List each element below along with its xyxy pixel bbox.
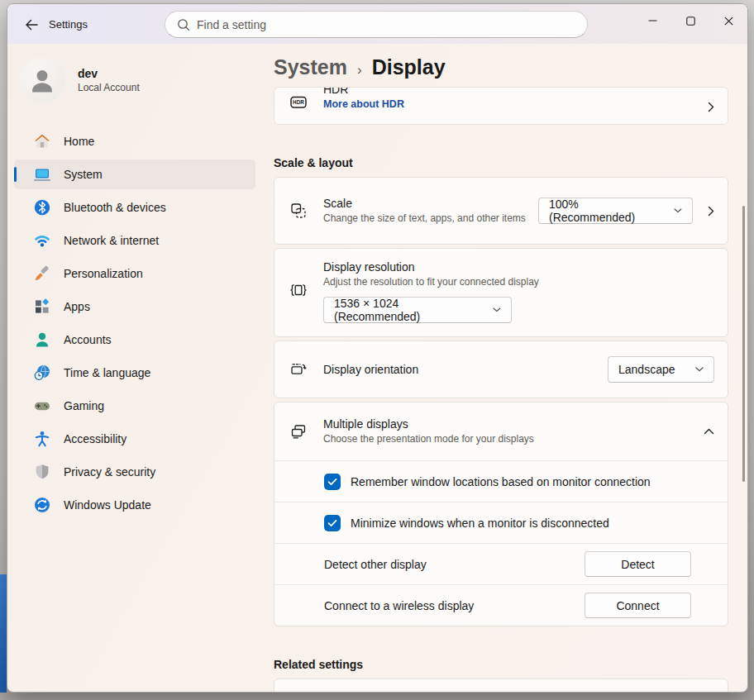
settings-window: Settings xyxy=(7,3,748,693)
orientation-icon xyxy=(290,361,307,378)
sidebar-item-accounts[interactable]: Accounts xyxy=(14,325,255,355)
multiple-displays-header[interactable]: Multiple displays Choose the presentatio… xyxy=(274,402,728,460)
minimize-windows-checkbox[interactable] xyxy=(324,515,341,531)
vertical-scrollbar[interactable] xyxy=(742,206,745,482)
apps-icon xyxy=(34,298,50,315)
search-box[interactable] xyxy=(165,11,588,38)
detect-button[interactable]: Detect xyxy=(585,551,691,577)
account-name: dev xyxy=(78,67,140,80)
page-title: Display xyxy=(372,55,446,79)
multiple-displays-icon xyxy=(290,423,307,440)
account-block[interactable]: dev Local Account xyxy=(19,55,265,105)
app-title: Settings xyxy=(49,18,88,31)
shield-icon xyxy=(34,464,50,480)
desktop-wallpaper-edge xyxy=(0,574,7,693)
scale-dropdown-value: 100% (Recommended) xyxy=(549,198,666,224)
detect-other-display-label: Detect other display xyxy=(324,558,585,571)
sidebar-item-personalization[interactable]: Personalization xyxy=(14,259,255,288)
resolution-dropdown[interactable]: 1536 × 1024 (Recommended) xyxy=(323,297,512,323)
sidebar-item-label: Windows Update xyxy=(64,498,151,512)
hdr-title: HDR xyxy=(323,87,708,98)
sidebar-item-apps[interactable]: Apps xyxy=(14,292,255,321)
wifi-icon xyxy=(34,232,50,249)
bluetooth-icon xyxy=(34,199,50,216)
main-content: System › Display HDR HDR More about HDR xyxy=(265,44,747,693)
search-icon xyxy=(177,18,190,31)
sidebar-item-system[interactable]: System xyxy=(14,160,255,189)
person-icon xyxy=(28,66,56,94)
sidebar-item-home[interactable]: Home xyxy=(14,126,255,156)
sidebar: dev Local Account Home xyxy=(7,44,265,693)
scale-dropdown[interactable]: 100% (Recommended) xyxy=(538,198,693,224)
sidebar-item-accessibility[interactable]: Accessibility xyxy=(14,424,255,454)
home-icon xyxy=(34,133,50,150)
minimize-button[interactable] xyxy=(633,4,671,37)
sidebar-item-label: System xyxy=(64,168,103,181)
advanced-display-row[interactable]: Advanced display xyxy=(274,679,728,693)
hdr-more-link[interactable]: More about HDR xyxy=(323,98,708,111)
sidebar-item-privacy-security[interactable]: Privacy & security xyxy=(14,457,255,487)
orientation-dropdown[interactable]: Landscape xyxy=(608,356,714,383)
scale-title: Scale xyxy=(323,197,538,210)
account-type: Local Account xyxy=(78,82,140,93)
sidebar-item-gaming[interactable]: Gaming xyxy=(14,391,255,421)
chevron-down-icon xyxy=(695,367,704,372)
remember-window-locations-label: Remember window locations based on monit… xyxy=(351,475,651,488)
sidebar-item-label: Gaming xyxy=(64,399,104,412)
sidebar-item-windows-update[interactable]: Windows Update xyxy=(14,490,255,520)
multiple-displays-title: Multiple displays xyxy=(323,417,704,431)
sidebar-item-label: Network & internet xyxy=(64,234,159,247)
multiple-displays-expander: Multiple displays Choose the presentatio… xyxy=(274,402,728,626)
orientation-title: Display orientation xyxy=(323,363,608,376)
sidebar-item-label: Personalization xyxy=(64,267,143,280)
accessibility-icon xyxy=(34,431,50,447)
close-button[interactable] xyxy=(709,4,747,37)
windows-update-icon xyxy=(34,497,50,513)
back-button[interactable] xyxy=(19,15,42,35)
accounts-icon xyxy=(34,331,50,348)
search-input[interactable] xyxy=(197,18,577,31)
orientation-dropdown-value: Landscape xyxy=(618,363,675,376)
sidebar-item-network-internet[interactable]: Network & internet xyxy=(14,226,255,255)
resolution-desc: Adjust the resolution to fit your connec… xyxy=(323,276,588,288)
minimize-windows-row: Minimize windows when a monitor is disco… xyxy=(274,502,728,543)
advanced-display-label: Advanced display xyxy=(323,691,414,693)
gaming-icon xyxy=(34,398,50,414)
maximize-button[interactable] xyxy=(671,4,709,37)
breadcrumb-system[interactable]: System xyxy=(274,55,347,79)
paintbrush-icon xyxy=(34,265,50,282)
chevron-down-icon xyxy=(674,208,682,213)
time-language-icon xyxy=(34,364,50,381)
checkmark-icon xyxy=(327,519,337,527)
titlebar: Settings xyxy=(7,4,747,44)
connect-button[interactable]: Connect xyxy=(585,593,691,618)
sidebar-item-label: Home xyxy=(64,135,94,148)
avatar xyxy=(19,57,65,103)
remember-window-locations-checkbox[interactable] xyxy=(324,474,341,490)
sidebar-item-time-language[interactable]: Time & language xyxy=(14,358,255,388)
chevron-right-icon xyxy=(708,102,714,112)
sidebar-item-label: Accessibility xyxy=(64,432,126,445)
resolution-icon xyxy=(290,282,307,298)
system-icon xyxy=(34,166,50,183)
chevron-up-icon xyxy=(704,428,714,435)
sidebar-item-bluetooth-devices[interactable]: Bluetooth & devices xyxy=(14,193,255,222)
checkmark-icon xyxy=(327,478,337,486)
scale-icon xyxy=(290,202,307,219)
sidebar-item-label: Time & language xyxy=(64,366,150,379)
sidebar-item-label: Accounts xyxy=(64,333,112,346)
display-orientation-row: Display orientation Landscape xyxy=(274,340,728,398)
detect-other-display-row: Detect other display Detect xyxy=(274,543,728,584)
connect-wireless-display-row: Connect to a wireless display Connect xyxy=(274,584,728,626)
breadcrumb: System › Display xyxy=(274,44,747,79)
window-controls xyxy=(633,4,747,44)
scale-layout-header: Scale & layout xyxy=(274,156,747,169)
multiple-displays-desc: Choose the presentation mode for your di… xyxy=(323,433,588,445)
scale-row[interactable]: Scale Change the size of text, apps, and… xyxy=(274,177,728,245)
scale-desc: Change the size of text, apps, and other… xyxy=(323,212,538,225)
sidebar-nav: Home System xyxy=(7,126,265,520)
sidebar-item-label: Apps xyxy=(64,300,90,313)
hdr-row[interactable]: HDR HDR More about HDR xyxy=(274,87,728,125)
chevron-down-icon xyxy=(493,307,501,312)
back-arrow-icon xyxy=(23,17,38,32)
